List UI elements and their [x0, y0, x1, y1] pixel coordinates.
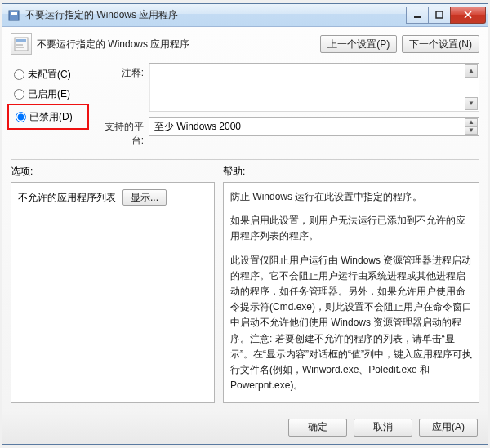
radio-not-configured-input[interactable]	[14, 69, 24, 80]
disallowed-list-label: 不允许的应用程序列表	[18, 191, 116, 205]
cancel-button[interactable]: 取消	[354, 419, 412, 437]
close-button[interactable]	[450, 7, 486, 24]
radio-disabled[interactable]: 已禁用(D)	[12, 107, 87, 126]
help-paragraph: 此设置仅阻止用户运行由 Windows 资源管理器进程启动的程序。它不会阻止用户…	[230, 253, 472, 394]
svg-rect-3	[436, 11, 443, 18]
mid-labels: 选项: 帮助:	[11, 165, 479, 179]
policy-icon	[11, 33, 32, 55]
svg-rect-5	[16, 39, 26, 42]
minimize-button[interactable]	[406, 7, 429, 24]
help-label: 帮助:	[223, 165, 245, 179]
platform-row: 支持的平台: 至少 Windows 2000 ▲ ▼	[103, 117, 479, 148]
content-area: 不要运行指定的 Windows 应用程序 上一个设置(P) 下一个设置(N) 未…	[2, 27, 488, 444]
svg-rect-0	[9, 11, 19, 20]
scroll-up-icon[interactable]: ▲	[465, 118, 478, 126]
help-paragraph: 防止 Windows 运行在此设置中指定的程序。	[230, 189, 472, 205]
radio-not-configured-label: 未配置(C)	[28, 68, 71, 82]
help-paragraph: 如果启用此设置，则用户无法运行已添加到不允许的应用程序列表的程序。	[230, 213, 472, 244]
comment-textarea[interactable]: ▲ ▼	[149, 63, 479, 112]
radio-enabled-input[interactable]	[14, 89, 24, 100]
dialog-window: 不要运行指定的 Windows 应用程序 不要运行指定的 Windows 应用程…	[2, 3, 488, 445]
svg-rect-6	[16, 44, 23, 46]
comment-label: 注释:	[103, 63, 149, 80]
radio-disabled-input[interactable]	[16, 112, 26, 122]
maximize-button[interactable]	[428, 7, 451, 24]
scroll-up-icon[interactable]: ▲	[465, 64, 478, 78]
apply-button[interactable]: 应用(A)	[419, 419, 478, 437]
comment-row: 注释: ▲ ▼	[103, 63, 479, 112]
disallowed-list-row: 不允许的应用程序列表 显示...	[18, 189, 207, 206]
radio-not-configured[interactable]: 未配置(C)	[11, 64, 103, 84]
svg-rect-1	[11, 12, 17, 15]
radio-column: 未配置(C) 已启用(E) 已禁用(D)	[11, 63, 103, 153]
app-icon	[7, 9, 20, 22]
previous-setting-button[interactable]: 上一个设置(P)	[320, 35, 397, 53]
header-row: 不要运行指定的 Windows 应用程序 上一个设置(P) 下一个设置(N)	[11, 33, 479, 55]
separator	[11, 159, 479, 160]
radio-disabled-label: 已禁用(D)	[29, 110, 73, 124]
highlight-box: 已禁用(D)	[7, 104, 89, 130]
config-area: 未配置(C) 已启用(E) 已禁用(D) 注释: ▲	[11, 63, 479, 153]
titlebar[interactable]: 不要运行指定的 Windows 应用程序	[2, 4, 488, 27]
radio-enabled[interactable]: 已启用(E)	[11, 84, 103, 104]
scroll-down-icon[interactable]: ▼	[465, 126, 478, 135]
scroll-down-icon[interactable]: ▼	[465, 97, 478, 110]
svg-rect-2	[414, 16, 421, 18]
help-panel[interactable]: 防止 Windows 运行在此设置中指定的程序。 如果启用此设置，则用户无法运行…	[223, 182, 479, 403]
window-controls	[407, 7, 486, 24]
radio-enabled-label: 已启用(E)	[28, 87, 70, 101]
footer: 确定 取消 应用(A)	[2, 410, 488, 444]
fields-column: 注释: ▲ ▼ 支持的平台: 至少 Windows 2000 ▲ ▼	[103, 63, 479, 153]
svg-rect-7	[16, 47, 24, 48]
page-title: 不要运行指定的 Windows 应用程序	[37, 38, 189, 51]
platform-value: 至少 Windows 2000	[154, 120, 241, 134]
next-setting-button[interactable]: 下一个设置(N)	[402, 35, 479, 53]
panels: 不允许的应用程序列表 显示... 防止 Windows 运行在此设置中指定的程序…	[11, 182, 479, 403]
window-title: 不要运行指定的 Windows 应用程序	[25, 8, 407, 22]
platform-box: 至少 Windows 2000 ▲ ▼	[149, 117, 479, 136]
ok-button[interactable]: 确定	[288, 419, 347, 437]
platform-label: 支持的平台:	[103, 117, 149, 148]
options-panel: 不允许的应用程序列表 显示...	[11, 182, 215, 403]
nav-buttons: 上一个设置(P) 下一个设置(N)	[320, 35, 479, 53]
options-label: 选项:	[11, 165, 223, 179]
show-button[interactable]: 显示...	[122, 189, 167, 206]
